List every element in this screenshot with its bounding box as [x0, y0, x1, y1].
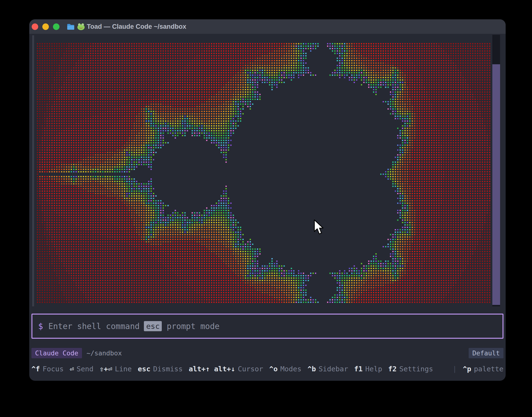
shortcut-label: Sidebar: [318, 365, 348, 373]
shortcut-key: ⇧+⏎: [100, 365, 112, 373]
shell-command-input[interactable]: $ Enter shell command esc prompt mode: [32, 313, 503, 339]
shortcut-label: Send: [77, 365, 94, 373]
shortcut-label: Focus: [43, 365, 64, 373]
shortcut-label: Line: [115, 365, 132, 373]
shortcut-divider: |: [452, 365, 456, 373]
frog-icon: [77, 23, 85, 30]
shortcut-key: f1: [354, 365, 363, 373]
shortcut-cursor[interactable]: alt+↑ alt+↓Cursor: [189, 365, 263, 373]
fractal-canvas[interactable]: [36, 42, 491, 303]
shortcut-key: ^f: [32, 365, 40, 373]
shortcut-dismiss[interactable]: escDismiss: [138, 365, 183, 373]
shortcut-sidebar[interactable]: ^bSidebar: [307, 365, 348, 373]
shortcut-key: ^p: [463, 365, 471, 373]
shortcut-palette[interactable]: ^ppalette: [463, 365, 503, 373]
shortcut-key: ⏎: [70, 365, 74, 373]
profile-badge[interactable]: Default: [469, 348, 503, 358]
terminal-output-pane: [29, 34, 506, 311]
shortcut-label: Cursor: [238, 365, 263, 373]
shortcut-help[interactable]: f1Help: [354, 365, 382, 373]
scrollbar-thumb[interactable]: [492, 64, 500, 305]
shortcut-modes[interactable]: ^oModes: [269, 365, 301, 373]
pane-left-border: [32, 35, 34, 306]
shortcut-label: Dismiss: [153, 365, 183, 373]
shortcut-key: f2: [388, 365, 397, 373]
shortcut-key: esc: [138, 365, 150, 373]
zoom-button-icon[interactable]: [53, 23, 59, 30]
window-title: Toad — Claude Code ~/sandbox: [87, 19, 186, 34]
shortcut-key: alt+↑ alt+↓: [189, 365, 235, 373]
titlebar: Toad — Claude Code ~/sandbox: [29, 19, 506, 34]
shortcut-label: Modes: [280, 365, 301, 373]
minimize-button-icon[interactable]: [42, 23, 49, 30]
shortcut-send[interactable]: ⏎Send: [70, 365, 93, 373]
shortcut-label: palette: [474, 365, 503, 373]
shortcut-line[interactable]: ⇧+⏎Line: [100, 365, 132, 373]
input-placeholder: Enter shell command: [48, 322, 140, 331]
folder-icon: [67, 23, 75, 30]
shortcut-key: ^b: [307, 365, 316, 373]
traffic-lights: [32, 19, 59, 34]
titlebar-icons: [67, 19, 85, 34]
close-button-icon[interactable]: [32, 23, 38, 30]
shortcut-settings[interactable]: f2Settings: [388, 365, 433, 373]
shortcut-label: Help: [365, 365, 382, 373]
working-directory: ~/sandbox: [87, 349, 122, 357]
terminal-window: Toad — Claude Code ~/sandbox $ Enter she…: [29, 19, 506, 381]
screen: Toad — Claude Code ~/sandbox $ Enter she…: [0, 0, 532, 417]
prompt-symbol: $: [38, 322, 43, 331]
app-badge: Claude Code: [32, 348, 82, 358]
scrollbar-track[interactable]: [492, 35, 500, 306]
esc-key-hint: prompt mode: [167, 322, 220, 331]
shortcut-bar: ^fFocus⏎Send⇧+⏎LineescDismissalt+↑ alt+↓…: [32, 363, 503, 375]
status-bar: Claude Code ~/sandbox Default: [32, 347, 503, 359]
shortcut-label: Settings: [399, 365, 433, 373]
esc-key-badge: esc: [144, 321, 162, 331]
shortcut-focus[interactable]: ^fFocus: [32, 365, 64, 373]
shortcut-key: ^o: [269, 365, 278, 373]
